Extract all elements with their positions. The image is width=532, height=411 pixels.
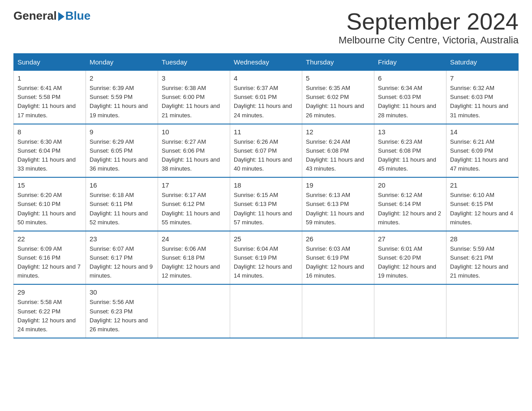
calendar-cell: 17 Sunrise: 6:17 AMSunset: 6:12 PMDaylig… <box>158 177 230 231</box>
header-friday: Friday <box>374 54 446 71</box>
day-info: Sunrise: 6:24 AMSunset: 6:08 PMDaylight:… <box>306 137 370 174</box>
header-thursday: Thursday <box>302 54 374 71</box>
calendar-cell: 12 Sunrise: 6:24 AMSunset: 6:08 PMDaylig… <box>302 124 374 178</box>
day-info: Sunrise: 5:58 AMSunset: 6:22 PMDaylight:… <box>17 298 82 334</box>
calendar-cell <box>446 284 519 338</box>
week-row-4: 29 Sunrise: 5:58 AMSunset: 6:22 PMDaylig… <box>14 284 519 338</box>
day-number: 17 <box>162 181 226 189</box>
calendar-table: SundayMondayTuesdayWednesdayThursdayFrid… <box>13 53 519 338</box>
day-number: 2 <box>90 74 154 82</box>
calendar-cell: 18 Sunrise: 6:15 AMSunset: 6:13 PMDaylig… <box>230 177 302 231</box>
calendar-cell: 4 Sunrise: 6:37 AMSunset: 6:01 PMDayligh… <box>230 71 302 124</box>
day-number: 9 <box>90 128 154 136</box>
calendar-cell: 15 Sunrise: 6:20 AMSunset: 6:10 PMDaylig… <box>14 177 86 231</box>
day-number: 19 <box>306 181 370 189</box>
day-number: 10 <box>162 128 226 136</box>
calendar-cell: 14 Sunrise: 6:21 AMSunset: 6:09 PMDaylig… <box>446 124 519 178</box>
day-info: Sunrise: 6:35 AMSunset: 6:02 PMDaylight:… <box>306 84 370 120</box>
page-header: General Blue September 2024 Melbourne Ci… <box>13 9 519 46</box>
day-info: Sunrise: 6:21 AMSunset: 6:09 PMDaylight:… <box>450 137 515 174</box>
day-info: Sunrise: 6:37 AMSunset: 6:01 PMDaylight:… <box>234 84 298 120</box>
calendar-cell: 6 Sunrise: 6:34 AMSunset: 6:03 PMDayligh… <box>374 71 446 124</box>
calendar-cell: 29 Sunrise: 5:58 AMSunset: 6:22 PMDaylig… <box>14 284 86 338</box>
calendar-cell: 2 Sunrise: 6:39 AMSunset: 5:59 PMDayligh… <box>86 71 158 124</box>
day-number: 28 <box>450 235 515 243</box>
day-info: Sunrise: 6:20 AMSunset: 6:10 PMDaylight:… <box>17 191 82 227</box>
day-number: 4 <box>234 74 298 82</box>
calendar-cell: 9 Sunrise: 6:29 AMSunset: 6:05 PMDayligh… <box>86 124 158 178</box>
day-info: Sunrise: 5:56 AMSunset: 6:23 PMDaylight:… <box>90 298 154 334</box>
day-info: Sunrise: 6:27 AMSunset: 6:06 PMDaylight:… <box>162 137 226 174</box>
day-info: Sunrise: 6:41 AMSunset: 5:58 PMDaylight:… <box>17 84 82 120</box>
calendar-cell <box>302 284 374 338</box>
calendar-cell: 24 Sunrise: 6:06 AMSunset: 6:18 PMDaylig… <box>158 231 230 285</box>
day-number: 1 <box>17 74 82 82</box>
day-number: 7 <box>450 74 515 82</box>
day-number: 15 <box>17 181 82 189</box>
location-title: Melbourne City Centre, Victoria, Austral… <box>339 34 519 46</box>
day-number: 18 <box>234 181 298 189</box>
calendar-cell: 20 Sunrise: 6:12 AMSunset: 6:14 PMDaylig… <box>374 177 446 231</box>
day-number: 11 <box>234 128 298 136</box>
day-info: Sunrise: 6:13 AMSunset: 6:13 PMDaylight:… <box>306 191 370 227</box>
calendar-cell: 26 Sunrise: 6:03 AMSunset: 6:19 PMDaylig… <box>302 231 374 285</box>
title-section: September 2024 Melbourne City Centre, Vi… <box>339 9 519 46</box>
calendar-cell: 1 Sunrise: 6:41 AMSunset: 5:58 PMDayligh… <box>14 71 86 124</box>
day-number: 27 <box>378 235 442 243</box>
day-info: Sunrise: 6:06 AMSunset: 6:18 PMDaylight:… <box>162 244 226 281</box>
day-info: Sunrise: 6:17 AMSunset: 6:12 PMDaylight:… <box>162 191 226 227</box>
calendar-cell: 19 Sunrise: 6:13 AMSunset: 6:13 PMDaylig… <box>302 177 374 231</box>
header-row: SundayMondayTuesdayWednesdayThursdayFrid… <box>14 54 519 71</box>
calendar-cell: 5 Sunrise: 6:35 AMSunset: 6:02 PMDayligh… <box>302 71 374 124</box>
day-number: 26 <box>306 235 370 243</box>
calendar-cell: 7 Sunrise: 6:32 AMSunset: 6:03 PMDayligh… <box>446 71 519 124</box>
day-number: 23 <box>90 235 154 243</box>
calendar-cell: 28 Sunrise: 5:59 AMSunset: 6:21 PMDaylig… <box>446 231 519 285</box>
day-info: Sunrise: 6:04 AMSunset: 6:19 PMDaylight:… <box>234 244 298 281</box>
day-number: 30 <box>90 288 154 296</box>
day-info: Sunrise: 6:29 AMSunset: 6:05 PMDaylight:… <box>90 137 154 174</box>
day-info: Sunrise: 6:10 AMSunset: 6:15 PMDaylight:… <box>450 191 515 227</box>
day-number: 21 <box>450 181 515 189</box>
logo: General Blue <box>13 9 90 23</box>
day-info: Sunrise: 6:07 AMSunset: 6:17 PMDaylight:… <box>90 244 154 281</box>
day-info: Sunrise: 6:09 AMSunset: 6:16 PMDaylight:… <box>17 244 82 281</box>
calendar-cell <box>374 284 446 338</box>
day-number: 14 <box>450 128 515 136</box>
calendar-cell: 13 Sunrise: 6:23 AMSunset: 6:08 PMDaylig… <box>374 124 446 178</box>
header-saturday: Saturday <box>446 54 519 71</box>
day-number: 6 <box>378 74 442 82</box>
calendar-cell <box>158 284 230 338</box>
header-wednesday: Wednesday <box>230 54 302 71</box>
day-info: Sunrise: 6:18 AMSunset: 6:11 PMDaylight:… <box>90 191 154 227</box>
day-number: 24 <box>162 235 226 243</box>
calendar-cell <box>230 284 302 338</box>
calendar-cell: 27 Sunrise: 6:01 AMSunset: 6:20 PMDaylig… <box>374 231 446 285</box>
week-row-3: 22 Sunrise: 6:09 AMSunset: 6:16 PMDaylig… <box>14 231 519 285</box>
week-row-0: 1 Sunrise: 6:41 AMSunset: 5:58 PMDayligh… <box>14 71 519 124</box>
calendar-cell: 8 Sunrise: 6:30 AMSunset: 6:04 PMDayligh… <box>14 124 86 178</box>
logo-triangle-icon <box>58 12 64 21</box>
day-info: Sunrise: 6:32 AMSunset: 6:03 PMDaylight:… <box>450 84 515 120</box>
header-tuesday: Tuesday <box>158 54 230 71</box>
calendar-cell: 23 Sunrise: 6:07 AMSunset: 6:17 PMDaylig… <box>86 231 158 285</box>
calendar-body: 1 Sunrise: 6:41 AMSunset: 5:58 PMDayligh… <box>14 71 519 338</box>
day-number: 25 <box>234 235 298 243</box>
day-info: Sunrise: 6:15 AMSunset: 6:13 PMDaylight:… <box>234 191 298 227</box>
day-info: Sunrise: 6:38 AMSunset: 6:00 PMDaylight:… <box>162 84 226 120</box>
calendar-cell: 21 Sunrise: 6:10 AMSunset: 6:15 PMDaylig… <box>446 177 519 231</box>
day-number: 29 <box>17 288 82 296</box>
day-number: 13 <box>378 128 442 136</box>
calendar-cell: 30 Sunrise: 5:56 AMSunset: 6:23 PMDaylig… <box>86 284 158 338</box>
day-number: 3 <box>162 74 226 82</box>
day-info: Sunrise: 6:39 AMSunset: 5:59 PMDaylight:… <box>90 84 154 120</box>
calendar-cell: 10 Sunrise: 6:27 AMSunset: 6:06 PMDaylig… <box>158 124 230 178</box>
day-info: Sunrise: 6:26 AMSunset: 6:07 PMDaylight:… <box>234 137 298 174</box>
day-info: Sunrise: 6:23 AMSunset: 6:08 PMDaylight:… <box>378 137 442 174</box>
day-number: 20 <box>378 181 442 189</box>
calendar-cell: 22 Sunrise: 6:09 AMSunset: 6:16 PMDaylig… <box>14 231 86 285</box>
header-monday: Monday <box>86 54 158 71</box>
calendar-cell: 11 Sunrise: 6:26 AMSunset: 6:07 PMDaylig… <box>230 124 302 178</box>
week-row-1: 8 Sunrise: 6:30 AMSunset: 6:04 PMDayligh… <box>14 124 519 178</box>
day-number: 5 <box>306 74 370 82</box>
